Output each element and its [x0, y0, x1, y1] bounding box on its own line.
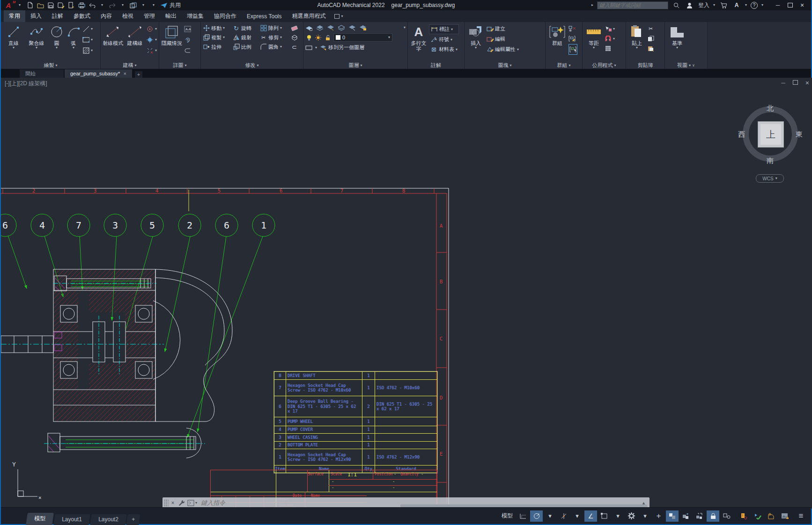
ribbon-pin-icon[interactable]: ∨ [692, 64, 695, 67]
table-row[interactable]: 5 PUMP WHEEL 1 [274, 417, 437, 426]
paste-button[interactable]: 貼上 ▾ [628, 23, 646, 50]
ribbon-tab-express[interactable]: Express Tools [242, 10, 287, 22]
doc-minimize-button[interactable]: ─ [781, 80, 785, 86]
layer-lock-icon[interactable] [359, 24, 366, 31]
cut-button[interactable]: ✂ [647, 24, 654, 33]
qat-customize-icon[interactable]: ▾ [149, 0, 158, 10]
ribbon-tab-home[interactable]: 常用 [4, 10, 25, 22]
balloons[interactable]: 6 4 7 3 5 2 6 1 [1, 214, 275, 237]
layer-select-field[interactable]: 0 ▾ [333, 33, 392, 42]
annotation-autoscale-icon[interactable] [679, 510, 692, 522]
construction-line-button[interactable]: ▾ [82, 24, 93, 33]
panel-label-annotation[interactable]: 註解 [408, 62, 464, 69]
workspace-icon[interactable] [128, 0, 138, 10]
layer-thaw-icon[interactable] [315, 34, 322, 41]
hatch-button[interactable]: ▾ [82, 46, 93, 55]
grid-mode-icon[interactable] [517, 510, 529, 522]
panel-label-clipboard[interactable]: 剪貼簿 [626, 62, 664, 69]
maximize-button[interactable] [784, 0, 796, 10]
minimize-button[interactable]: ─ [772, 0, 784, 10]
new-file-icon[interactable] [25, 0, 35, 10]
graphics-performance-icon[interactable]: ! [778, 510, 791, 522]
detail-rotate-button[interactable]: A [184, 35, 191, 44]
construction-line-big-button[interactable]: 建構線 [125, 23, 145, 46]
annotation-monitor-icon[interactable] [765, 510, 777, 522]
fillet-button[interactable]: 圓角▾ [260, 43, 291, 52]
model-space-toggle[interactable]: 模型 [502, 512, 513, 520]
snap-dropdown-icon[interactable]: ▾ [544, 510, 556, 522]
layer-unlock-icon[interactable] [324, 34, 331, 41]
quick-select-button[interactable]: ▾ [605, 24, 615, 33]
undo-icon[interactable] [87, 0, 96, 10]
save-icon[interactable] [46, 0, 55, 10]
redo-dropdown-icon[interactable]: ▾ [118, 0, 127, 10]
help-icon[interactable]: ? [751, 2, 758, 9]
drafting-settings-gear-icon[interactable] [625, 510, 638, 522]
ui-lock-icon[interactable] [707, 510, 719, 522]
table-row[interactable]: 4 PUMP COVER 1 [274, 426, 437, 433]
annotation-scale-icon[interactable] [693, 510, 706, 522]
paste-special-button[interactable] [647, 44, 654, 53]
layer-tools-dd-icon[interactable]: ▾ [404, 26, 406, 30]
make-current-dd-icon[interactable]: ▾ [315, 46, 317, 50]
point-delete-button[interactable]: ▾ [147, 46, 157, 55]
detail-clip-button[interactable] [184, 46, 191, 55]
create-block-button[interactable]: 建立 [487, 24, 519, 33]
ribbon-tab-content[interactable]: 內容 [96, 10, 117, 22]
isolate-objects-icon[interactable] [720, 510, 733, 522]
ribbon-tab-annotate[interactable]: 註解 [47, 10, 68, 22]
share-label[interactable]: 共用 [170, 1, 181, 9]
rotate-button[interactable]: ↻旋轉 [233, 24, 260, 33]
polar-tracking-icon[interactable] [557, 510, 570, 522]
app-menu-dropdown-icon[interactable]: ▾ [15, 0, 24, 10]
ribbon-tab-insert[interactable]: 插入 [25, 10, 47, 22]
ribbon-tab-output[interactable]: 輸出 [160, 10, 182, 22]
save-as-icon[interactable] [56, 0, 66, 10]
autocad-logo-icon[interactable]: AM [3, 0, 14, 10]
bom-button[interactable]: ⊠材料表▾ [429, 45, 459, 54]
center-mark-button[interactable]: ▾ [147, 24, 157, 33]
redo-icon[interactable] [108, 0, 117, 10]
insert-block-button[interactable]: 插入 ▾ [466, 23, 485, 50]
autodesk-dropdown-icon[interactable]: ▾ [745, 3, 747, 7]
mtext-button[interactable]: A 多行文字 [410, 23, 428, 52]
group-edit-button[interactable] [568, 34, 577, 43]
copy-clip-button[interactable] [647, 34, 654, 43]
copy-button[interactable]: 複製▾ [203, 33, 233, 42]
magnet-snap-button[interactable]: ▾ [605, 34, 615, 43]
user-icon[interactable] [685, 0, 694, 10]
offset-button[interactable]: ⊂ [291, 43, 301, 52]
layer-unisolate-icon[interactable] [338, 24, 345, 31]
edit-attributes-button[interactable]: 編輯屬性▾ [487, 45, 519, 54]
customization-menu-icon[interactable]: ≡ [795, 510, 807, 522]
rectangle-button[interactable]: ▾ [82, 35, 93, 44]
panel-label-view[interactable]: 視圖▾∨ [665, 62, 707, 69]
trim-button[interactable]: ✂修剪▾ [260, 33, 291, 42]
print-icon[interactable] [77, 0, 86, 10]
share-icon[interactable] [159, 0, 169, 10]
file-tab-start[interactable]: 開始 [20, 69, 64, 78]
panel-label-construction[interactable]: 建構▾ [101, 62, 159, 69]
panel-label-draw[interactable]: 繪製▾ [1, 62, 100, 69]
edit-block-button[interactable]: 編輯 [487, 35, 519, 44]
base-view-button[interactable]: 基準 ▾ [667, 23, 687, 50]
layer-properties-icon[interactable] [305, 24, 312, 31]
stretch-button[interactable]: 拉伸 [203, 43, 233, 52]
ribbon-tab-view[interactable]: 檢視 [117, 10, 139, 22]
osnap-dropdown-icon[interactable]: ▾ [612, 510, 624, 522]
doc-close-button[interactable]: × [805, 79, 809, 87]
search-field[interactable] [597, 1, 668, 9]
command-bar-grip[interactable] [164, 499, 169, 507]
move-button[interactable]: 移動▾ [203, 24, 233, 33]
cart-icon[interactable] [719, 0, 728, 10]
table-row[interactable]: 2 BOTTOM PLATE 1 [274, 441, 437, 449]
table-row[interactable]: 1 Hexagon Socket Head Cap Screw - ISO 47… [274, 449, 437, 465]
close-button[interactable]: × [796, 0, 808, 10]
layer-freeze-icon[interactable] [348, 24, 355, 31]
snap-mode-icon[interactable] [530, 510, 543, 522]
crosshair-icon[interactable]: + [652, 510, 665, 522]
search-icon[interactable] [672, 0, 681, 10]
standards-check-icon[interactable] [751, 510, 764, 522]
wcs-menu[interactable]: WCS ▾ [756, 174, 784, 183]
explode-button[interactable] [291, 33, 301, 42]
